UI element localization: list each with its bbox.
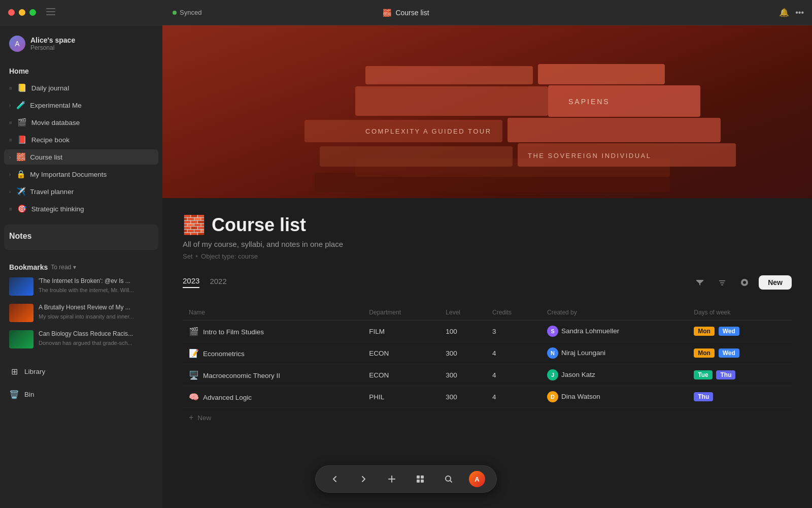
travel-planner-icon: ✈️ xyxy=(16,187,26,196)
tab-2023[interactable]: 2023 xyxy=(183,276,199,288)
movie-database-icon: 🎬 xyxy=(17,118,27,127)
sidebar-item-experimental-me[interactable]: › 🧪 Experimental Me xyxy=(4,98,158,113)
library-label: Library xyxy=(24,368,45,375)
home-section-label: Home xyxy=(4,62,158,78)
bookmark-title-3: Can Biology Class Reduce Racis... xyxy=(39,330,133,338)
sidebar-item-important-docs[interactable]: › 🔒 My Important Documents xyxy=(4,167,158,182)
bin-icon: 🗑️ xyxy=(9,390,19,399)
course-name-4: 🧠Advanced Logic xyxy=(183,386,363,408)
content-area: THE SOVEREIGN INDIVIDUAL COMPLEXITY A GU… xyxy=(162,25,812,508)
sidebar-item-library[interactable]: ⊞ Library xyxy=(4,363,158,380)
sync-label: Synced xyxy=(180,9,201,16)
chevron-icon: › xyxy=(9,103,11,108)
recipe-book-label: Recipe book xyxy=(31,136,153,144)
sidebar-toggle-button[interactable] xyxy=(46,8,55,17)
minimize-button[interactable] xyxy=(19,9,25,16)
meta-object: Object type: course xyxy=(201,252,258,260)
svg-rect-11 xyxy=(355,86,548,116)
forward-button[interactable] xyxy=(354,470,373,488)
chevron-icon: ≡ xyxy=(9,85,12,91)
user-avatar-button[interactable]: A xyxy=(468,470,486,488)
bookmark-thumb-1 xyxy=(9,277,33,296)
course-credits-2: 4 xyxy=(486,342,541,364)
creator-avatar-4: D xyxy=(547,391,558,402)
bookmarks-header: Bookmarks To read ▾ xyxy=(9,263,153,271)
sidebar-item-travel-planner[interactable]: › ✈️ Travel planner xyxy=(4,184,158,199)
page-emoji: 🧱 xyxy=(183,214,206,236)
traffic-lights xyxy=(8,9,36,16)
experimental-me-icon: 🧪 xyxy=(16,101,26,110)
settings-button[interactable] xyxy=(736,274,753,291)
chevron-icon: ≡ xyxy=(9,206,12,212)
filter-button[interactable] xyxy=(692,274,708,291)
maximize-button[interactable] xyxy=(29,9,36,16)
svg-text:THE SOVEREIGN INDIVIDUAL: THE SOVEREIGN INDIVIDUAL xyxy=(528,152,651,160)
course-table: Name Department Level Credits Created by… xyxy=(183,305,792,408)
bookmark-item-3[interactable]: Can Biology Class Reduce Racis... Donova… xyxy=(9,326,153,353)
col-credits: Credits xyxy=(486,305,541,321)
sidebar-item-daily-journal[interactable]: ≡ 📒 Daily journal xyxy=(4,80,158,96)
page-content: 🧱 Course list All of my course, syllabi,… xyxy=(162,198,812,508)
more-options-icon[interactable]: ••• xyxy=(795,8,804,17)
sidebar-item-movie-database[interactable]: ≡ 🎬 Movie database xyxy=(4,115,158,130)
sidebar: A Alice's space Personal Home ≡ 📒 Daily … xyxy=(0,25,162,508)
bookmark-item-1[interactable]: 'The Internet Is Broken': @ev Is ... The… xyxy=(9,273,153,300)
course-name-1: 🎬Intro to Film Studies xyxy=(183,321,363,342)
bookmark-desc-2: My slow spiral into insanity and inner..… xyxy=(39,313,134,320)
workspace-header[interactable]: A Alice's space Personal xyxy=(4,31,158,56)
table-row[interactable]: 🖥️Macroeconomic Theory II ECON 300 4 JJa… xyxy=(183,364,792,386)
recipe-book-icon: 📕 xyxy=(17,135,27,144)
search-button[interactable] xyxy=(439,470,458,488)
bookmark-desc-1: The trouble with the internet, Mr. Will.… xyxy=(39,287,134,294)
chevron-icon: ≡ xyxy=(9,137,12,143)
notes-section: Notes xyxy=(4,225,158,250)
close-button[interactable] xyxy=(8,9,15,16)
new-button[interactable]: New xyxy=(759,275,792,290)
sidebar-item-recipe-book[interactable]: ≡ 📕 Recipe book xyxy=(4,132,158,147)
hero-banner: THE SOVEREIGN INDIVIDUAL COMPLEXITY A GU… xyxy=(162,25,812,198)
main-layout: A Alice's space Personal Home ≡ 📒 Daily … xyxy=(0,25,812,508)
notes-label: Notes xyxy=(9,232,153,241)
add-button[interactable] xyxy=(383,470,401,488)
strategic-thinking-icon: 🎯 xyxy=(17,204,27,213)
experimental-me-label: Experimental Me xyxy=(30,102,153,109)
chevron-icon: › xyxy=(9,189,11,195)
svg-rect-5 xyxy=(320,146,513,167)
daily-journal-icon: 📒 xyxy=(17,83,27,92)
course-creator-2: NNiraj Loungani xyxy=(541,342,688,364)
table-row[interactable]: 🎬Intro to Film Studies FILM 100 3 SSandr… xyxy=(183,321,792,342)
course-level-4: 300 xyxy=(439,386,486,408)
sync-status: Synced xyxy=(173,9,201,16)
bin-label: Bin xyxy=(24,391,35,398)
add-row-button[interactable]: + New xyxy=(183,408,792,427)
course-name-3: 🖥️Macroeconomic Theory II xyxy=(183,364,363,386)
daily-journal-label: Daily journal xyxy=(31,84,153,92)
course-days-4: Thu xyxy=(688,386,792,408)
bell-icon[interactable]: 🔔 xyxy=(779,8,789,17)
bookmark-item-2[interactable]: A Brutally Honest Review of My ... My sl… xyxy=(9,300,153,326)
day-badge-wed-2: Wed xyxy=(719,348,739,358)
bookmark-title-1: 'The Internet Is Broken': @ev Is ... xyxy=(39,277,134,285)
sidebar-item-strategic-thinking[interactable]: ≡ 🎯 Strategic thinking xyxy=(4,201,158,216)
svg-text:SAPIENS: SAPIENS xyxy=(568,98,610,106)
bookmarks-filter[interactable]: To read ▾ xyxy=(51,264,76,271)
sidebar-item-bin[interactable]: 🗑️ Bin xyxy=(4,386,158,403)
table-row[interactable]: 🧠Advanced Logic PHIL 300 4 DDina Watson … xyxy=(183,386,792,408)
movie-database-label: Movie database xyxy=(31,119,153,126)
back-button[interactable] xyxy=(326,470,344,488)
course-level-1: 100 xyxy=(439,321,486,342)
sort-button[interactable] xyxy=(714,274,730,291)
page-title: Course list xyxy=(212,214,306,236)
course-dept-1: FILM xyxy=(363,321,439,342)
bookmark-thumb-2 xyxy=(9,304,33,322)
day-badge-mon-2: Mon xyxy=(694,348,715,358)
library-icon: ⊞ xyxy=(9,367,19,376)
grid-button[interactable] xyxy=(411,470,429,488)
tab-2022[interactable]: 2022 xyxy=(210,277,226,288)
table-row[interactable]: 📝Econometrics ECON 300 4 NNiraj Loungani… xyxy=(183,342,792,364)
page-meta: Set • Object type: course xyxy=(183,252,792,260)
sidebar-item-course-list[interactable]: › 🧱 Course list xyxy=(4,149,158,165)
important-docs-label: My Important Documents xyxy=(30,171,153,178)
day-badge-wed-1: Wed xyxy=(719,327,739,336)
svg-rect-19 xyxy=(421,480,424,483)
